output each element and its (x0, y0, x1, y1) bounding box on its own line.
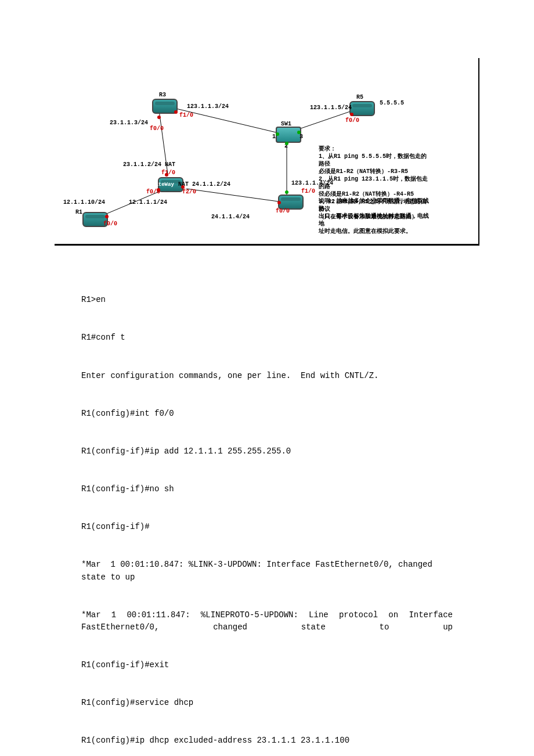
nat-label-1: 23.1.1.2/24 NAT (123, 161, 175, 168)
svg-line-4 (186, 189, 283, 202)
desc-2: 出口，要求目标为联通地址时走联通，电线地 (319, 213, 429, 228)
cli-line: Enter configuration commands, one per li… (81, 370, 453, 383)
switch-sw1-label: SW1 (281, 121, 291, 127)
status-dot-icon (181, 185, 185, 189)
status-dot-icon (276, 132, 279, 136)
req-1a: 1、从R1 ping 5.5.5.5时，数据包走的路径 (319, 153, 429, 168)
switch-sw1-icon (276, 127, 301, 143)
status-dot-icon (157, 188, 160, 192)
ip-label-123-1-1-3: 123.1.1.3/24 (187, 103, 229, 110)
ip-label-12-1-1-10: 12.1.1.10/24 (63, 199, 105, 206)
cli-line: R1>en (81, 294, 453, 307)
status-dot-icon (285, 190, 288, 194)
gateway-label: GateWay (152, 182, 174, 188)
cli-line: *Mar 1 00:01:11.847: %LINEPROTO-5-UPDOWN… (81, 609, 453, 634)
page: R3 R5 SW1 GateWay R1 123.1.1.3/24 23.1.1… (0, 58, 534, 756)
status-dot-icon (105, 215, 109, 218)
req-1b: 必须是R1-R2（NAT转换）-R3-R5 (319, 168, 429, 175)
desc-3: 址时走电信。此图意在模拟此要求。 (319, 228, 429, 235)
description-box: 说明：越来越多的企业采用联通、电信双线路 出口，要求目标为联通地址时走联通，电线… (319, 197, 429, 235)
cli-line: R1(config-if)#no sh (81, 483, 453, 496)
status-dot-icon (174, 110, 178, 114)
cli-line: R1#conf t (81, 332, 453, 344)
req-title: 要求： (319, 145, 429, 153)
router-r3-label: R3 (159, 92, 166, 98)
network-topology-figure: R3 R5 SW1 GateWay R1 123.1.1.3/24 23.1.1… (55, 58, 477, 238)
status-dot-icon (277, 201, 281, 204)
port-r3-f10: f1/0 (179, 112, 193, 118)
cli-line: R1(config-if)#exit (81, 659, 453, 672)
port-gw-f20: f2/0 (182, 189, 196, 195)
status-dot-icon (157, 116, 161, 119)
router-r1-label: R1 (75, 209, 82, 215)
port-r4-f00: f0/0 (276, 208, 290, 214)
port-r4-f10: f1/0 (301, 188, 315, 195)
port-r3-f00: f0/0 (150, 125, 164, 132)
cli-line: R1(config)#int f0/0 (81, 408, 453, 420)
nat-label-2: NAT 24.1.1.2/24 (178, 181, 230, 188)
desc-1: 说明：越来越多的企业采用联通、电信双线路 (319, 197, 429, 213)
cli-line: *Mar 1 00:01:10.847: %LINK-3-UPDOWN: Int… (81, 559, 453, 584)
ip-label-24-1-1-4: 24.1.1.4/24 (211, 214, 250, 220)
ip-label-123-1-1-5: 123.1.1.5/24 (310, 105, 352, 111)
port-r1-f00: f0/0 (103, 221, 117, 227)
svg-line-2 (294, 110, 353, 131)
req-2a: 2、从R1 ping 123.1.1.5时，数据包走的路 (319, 175, 429, 190)
figure-frame: R3 R5 SW1 GateWay R1 123.1.1.3/24 23.1.1… (55, 58, 479, 246)
port-r5-f00: f0/0 (345, 117, 359, 124)
cli-line: R1(config-if)#ip add 12.1.1.1 255.255.25… (81, 445, 453, 458)
port-sw1-3: 3 (300, 134, 303, 140)
ip-label-23-1-1-3: 23.1.1.3/24 (110, 120, 148, 126)
status-dot-icon (165, 173, 168, 177)
status-dot-icon (285, 142, 288, 145)
status-dot-icon (350, 113, 353, 116)
ip-label-12-1-1-1: 12.1.1.1/24 (129, 199, 167, 206)
cli-line: R1(config)#ip dhcp excluded-address 23.1… (81, 735, 453, 747)
ip-label-5-5-5-5: 5.5.5.5 (380, 100, 404, 106)
port-gw-f10: f1/0 (161, 170, 175, 176)
router-r5-label: R5 (356, 94, 363, 100)
cli-line: R1(config-if)# (81, 521, 453, 534)
terminal-output: R1>en R1#conf t Enter configuration comm… (81, 269, 453, 756)
status-dot-icon (297, 131, 301, 134)
cli-line: R1(config)#service dhcp (81, 697, 453, 710)
